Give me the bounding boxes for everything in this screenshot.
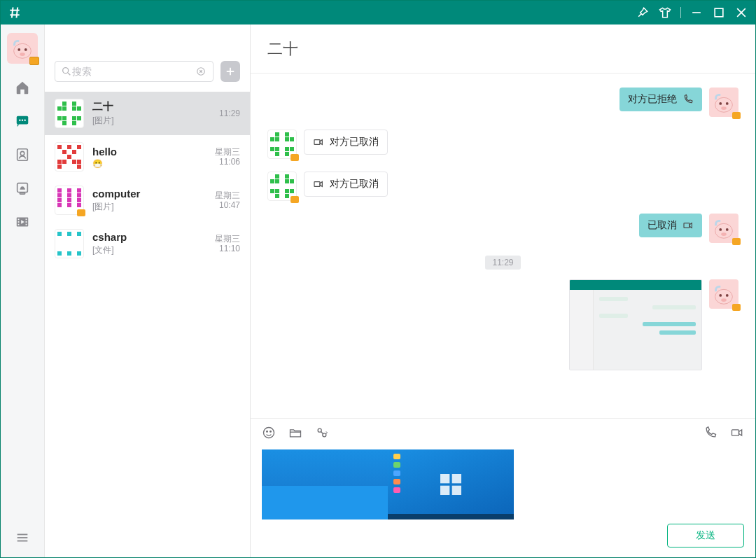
video-icon bbox=[682, 220, 694, 231]
call-message[interactable]: 对方已取消 bbox=[304, 172, 388, 197]
maximize-icon[interactable] bbox=[712, 6, 726, 20]
close-icon[interactable] bbox=[734, 6, 748, 20]
svg-point-52 bbox=[264, 428, 274, 438]
chat-title: 二十 bbox=[267, 39, 298, 60]
emoji-icon[interactable] bbox=[262, 426, 276, 440]
conversation-avatar bbox=[55, 99, 84, 128]
svg-point-54 bbox=[270, 431, 272, 433]
nav-menu-icon[interactable] bbox=[13, 528, 32, 547]
svg-point-15 bbox=[24, 119, 25, 120]
svg-point-8 bbox=[14, 43, 31, 58]
message-avatar[interactable] bbox=[267, 130, 297, 159]
svg-line-2 bbox=[12, 8, 13, 18]
conversation-avatar bbox=[55, 142, 84, 172]
voice-call-icon[interactable] bbox=[704, 426, 718, 440]
svg-line-3 bbox=[17, 8, 18, 18]
conversation-name: 二十 bbox=[92, 100, 211, 113]
folder-icon[interactable] bbox=[288, 426, 302, 440]
message-avatar[interactable] bbox=[267, 172, 297, 201]
send-button[interactable]: 发送 bbox=[667, 524, 744, 547]
svg-rect-58 bbox=[732, 430, 739, 435]
camera-badge-icon bbox=[732, 238, 741, 245]
camera-badge-icon bbox=[29, 57, 39, 65]
conversation-time: 星期三11:06 bbox=[215, 147, 240, 167]
message-avatar[interactable] bbox=[709, 214, 738, 243]
conversation-item[interactable]: computer [图片] 星期三10:47 bbox=[45, 179, 250, 222]
call-message[interactable]: 对方已取消 bbox=[304, 130, 388, 155]
search-input[interactable] bbox=[72, 66, 195, 77]
search-box[interactable] bbox=[55, 61, 214, 82]
svg-line-57 bbox=[321, 431, 323, 433]
conversation-item[interactable]: 二十 [图片] 11:29 bbox=[45, 92, 250, 135]
svg-point-9 bbox=[18, 48, 20, 51]
search-row bbox=[45, 25, 250, 92]
message-avatar[interactable] bbox=[709, 88, 738, 117]
call-message[interactable]: 对方已拒绝 bbox=[620, 88, 702, 111]
conversation-item[interactable]: hello 😷 星期三11:06 bbox=[45, 135, 250, 179]
svg-point-48 bbox=[715, 289, 733, 304]
conversation-preview: 😷 bbox=[92, 159, 206, 169]
svg-point-11 bbox=[20, 53, 25, 56]
svg-point-38 bbox=[719, 102, 722, 105]
attachment-image-1[interactable] bbox=[262, 449, 388, 519]
camera-badge-icon bbox=[290, 196, 299, 203]
clear-search-icon[interactable] bbox=[195, 65, 207, 78]
camera-badge-icon bbox=[77, 209, 85, 216]
message-row: 对方已取消 bbox=[267, 172, 738, 201]
message-row bbox=[267, 279, 738, 370]
svg-rect-60 bbox=[452, 474, 461, 483]
conversation-preview: [图片] bbox=[92, 115, 211, 127]
svg-rect-42 bbox=[314, 182, 320, 187]
svg-rect-23 bbox=[18, 224, 20, 225]
message-row: 已取消 bbox=[267, 214, 738, 243]
app-window: 二十 [图片] 11:29 hello 😷 星期三11:06 computer … bbox=[0, 0, 756, 558]
nav-cloud-icon[interactable] bbox=[13, 179, 32, 198]
composer-input-area[interactable] bbox=[251, 447, 755, 524]
message-list: 对方已拒绝 对方已取消 对方已取消 已取消 11:29 bbox=[251, 74, 755, 418]
conversation-preview: [文件] bbox=[92, 244, 206, 256]
svg-point-30 bbox=[63, 68, 69, 74]
conversation-avatar bbox=[55, 229, 84, 258]
shirt-icon[interactable] bbox=[658, 6, 672, 20]
titlebar bbox=[1, 1, 755, 25]
nav-rail bbox=[1, 25, 45, 557]
minimize-icon[interactable] bbox=[690, 6, 704, 20]
camera-badge-icon bbox=[290, 154, 299, 161]
screenshot-icon[interactable] bbox=[315, 426, 329, 440]
conversation-item[interactable]: csharp [文件] 星期三11:10 bbox=[45, 222, 250, 265]
attachment-image-2[interactable] bbox=[388, 449, 514, 519]
nav-home-icon[interactable] bbox=[13, 78, 32, 97]
video-call-icon[interactable] bbox=[730, 426, 744, 440]
plus-icon bbox=[224, 65, 237, 78]
svg-rect-25 bbox=[26, 221, 27, 223]
self-avatar[interactable] bbox=[7, 33, 38, 64]
svg-rect-5 bbox=[715, 8, 723, 17]
svg-rect-22 bbox=[18, 221, 20, 223]
pin-icon[interactable] bbox=[636, 6, 650, 20]
conversation-avatar bbox=[55, 186, 84, 215]
svg-rect-43 bbox=[684, 223, 690, 228]
svg-rect-19 bbox=[20, 193, 24, 194]
svg-point-39 bbox=[726, 102, 729, 105]
nav-contacts-icon[interactable] bbox=[13, 145, 32, 165]
conversation-time: 星期三10:47 bbox=[215, 190, 240, 211]
search-icon bbox=[61, 66, 72, 77]
nav-chat-icon[interactable] bbox=[13, 111, 32, 131]
titlebar-divider bbox=[680, 7, 681, 18]
video-icon bbox=[313, 179, 324, 190]
message-row: 对方已取消 bbox=[267, 130, 738, 159]
svg-rect-59 bbox=[440, 474, 449, 483]
logo-icon bbox=[8, 6, 22, 20]
conversation-preview: [图片] bbox=[92, 201, 206, 213]
add-button[interactable] bbox=[220, 61, 240, 82]
conversation-name: computer bbox=[92, 188, 206, 200]
call-message[interactable]: 已取消 bbox=[639, 214, 702, 237]
svg-rect-61 bbox=[440, 486, 449, 495]
image-message[interactable] bbox=[569, 279, 702, 370]
svg-point-14 bbox=[22, 119, 23, 120]
composer: 发送 bbox=[251, 418, 755, 557]
svg-point-47 bbox=[721, 232, 727, 236]
message-avatar[interactable] bbox=[709, 279, 738, 309]
time-divider: 11:29 bbox=[267, 256, 738, 268]
nav-video-icon[interactable] bbox=[13, 212, 32, 232]
